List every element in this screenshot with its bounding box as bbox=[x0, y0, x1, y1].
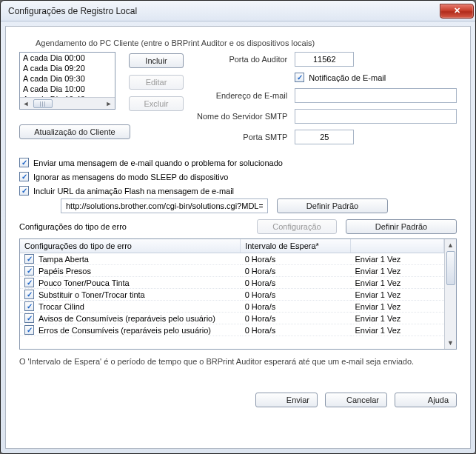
scroll-thumb[interactable] bbox=[446, 251, 455, 285]
edit-button[interactable]: Editar bbox=[129, 75, 184, 90]
col-action[interactable] bbox=[351, 239, 444, 253]
smtp-name-label: Nome do Servidor SMTP bbox=[197, 112, 287, 121]
check-icon: ✓ bbox=[24, 290, 34, 299]
col-interval[interactable]: Intervalo de Espera* bbox=[241, 239, 351, 253]
solved-label: Enviar uma mensagem de e-mail quando o p… bbox=[33, 158, 283, 167]
footnote: O 'Intervalo de Espera' é o período de t… bbox=[19, 357, 457, 366]
error-name: Substituir o Toner/Trocar tinta bbox=[38, 290, 145, 299]
error-interval: 0 Hora/s bbox=[241, 253, 351, 265]
scroll-thumb[interactable]: ||| bbox=[33, 99, 53, 108]
smtp-port-input[interactable] bbox=[295, 130, 354, 144]
titlebar: Configurações de Registro Local ✕ bbox=[1, 1, 475, 21]
check-icon: ✓ bbox=[24, 278, 34, 287]
check-icon: ✓ bbox=[295, 73, 304, 82]
list-item[interactable]: A cada Dia 09:20 bbox=[20, 63, 115, 73]
check-icon: ✓ bbox=[19, 186, 29, 196]
client-update-button[interactable]: Atualização do Cliente bbox=[19, 124, 130, 139]
help-button[interactable]: Ajuda bbox=[395, 393, 457, 407]
error-action: Enviar 1 Vez bbox=[351, 265, 444, 277]
error-name: Papéis Presos bbox=[38, 267, 91, 276]
include-url-label: Incluir URL da animação Flash na mensage… bbox=[33, 187, 234, 196]
email-notify-checkbox[interactable]: ✓ Notificação de E-mail bbox=[295, 73, 457, 82]
define-default-error-button[interactable]: Definir Padrão bbox=[346, 219, 457, 234]
solved-checkbox[interactable]: ✓ Enviar uma mensagem de e-mail quando o… bbox=[19, 158, 457, 167]
check-icon: ✓ bbox=[24, 254, 34, 264]
send-button[interactable]: Enviar bbox=[255, 393, 318, 407]
error-action: Enviar 1 Vez bbox=[351, 313, 444, 324]
close-icon: ✕ bbox=[454, 6, 460, 16]
ignore-sleep-label: Ignorar as mensagens do modo SLEEP do di… bbox=[33, 173, 228, 181]
table-row[interactable]: ✓ Trocar Cilind0 Hora/sEnviar 1 Vez bbox=[20, 301, 444, 313]
include-url-checkbox[interactable]: ✓ Incluir URL da animação Flash na mensa… bbox=[19, 186, 457, 196]
scroll-down-icon[interactable]: ▼ bbox=[446, 337, 456, 349]
error-name: Erros de Consumíveis (reparáveis pelo us… bbox=[38, 326, 211, 335]
error-interval: 0 Hora/s bbox=[241, 324, 351, 336]
define-default-url-button[interactable]: Definir Padrão bbox=[277, 198, 388, 213]
email-addr-label: Endereço de E-mail bbox=[197, 91, 287, 100]
error-interval: 0 Hora/s bbox=[241, 277, 351, 289]
table-row[interactable]: ✓ Erros de Consumíveis (reparáveis pelo … bbox=[20, 324, 444, 336]
error-action: Enviar 1 Vez bbox=[351, 253, 444, 265]
schedule-listbox[interactable]: A cada Dia 00:00 A cada Dia 09:20 A cada… bbox=[19, 52, 115, 110]
cancel-button[interactable]: Cancelar bbox=[325, 393, 387, 407]
error-config-label: Configurações do tipo de erro bbox=[19, 222, 127, 231]
col-name[interactable]: Configurações do tipo de erro bbox=[20, 239, 241, 253]
error-interval: 0 Hora/s bbox=[241, 289, 351, 301]
scroll-right-icon[interactable]: ► bbox=[103, 99, 115, 109]
scroll-left-icon[interactable]: ◄ bbox=[20, 99, 32, 109]
error-action: Enviar 1 Vez bbox=[351, 301, 444, 313]
check-icon: ✓ bbox=[24, 313, 34, 323]
email-notify-label: Notificação de E-mail bbox=[309, 73, 386, 82]
close-button[interactable]: ✕ bbox=[440, 4, 474, 19]
table-row[interactable]: ✓ Substituir o Toner/Trocar tinta0 Hora/… bbox=[20, 289, 444, 301]
smtp-name-input[interactable] bbox=[295, 109, 457, 124]
check-icon: ✓ bbox=[19, 172, 29, 181]
email-addr-input[interactable] bbox=[295, 88, 457, 103]
scheduling-label: Agendamento do PC Cliente (entre o BRPri… bbox=[36, 39, 457, 47]
horizontal-scrollbar[interactable]: ◄ ||| ► bbox=[20, 97, 115, 109]
error-table: Configurações do tipo de erro Intervalo … bbox=[19, 238, 457, 350]
list-item[interactable]: A cada Dia 00:00 bbox=[20, 53, 115, 63]
auditor-port-input[interactable] bbox=[295, 52, 354, 67]
ignore-sleep-checkbox[interactable]: ✓ Ignorar as mensagens do modo SLEEP do … bbox=[19, 172, 457, 181]
smtp-port-label: Porta SMTP bbox=[197, 133, 287, 141]
check-icon: ✓ bbox=[19, 158, 29, 167]
error-interval: 0 Hora/s bbox=[241, 265, 351, 277]
include-button[interactable]: Incluir bbox=[129, 53, 184, 68]
table-row[interactable]: ✓ Avisos de Consumíveis (reparáveis pelo… bbox=[20, 313, 444, 324]
table-row[interactable]: ✓ Pouco Toner/Pouca Tinta0 Hora/sEnviar … bbox=[20, 277, 444, 289]
exclude-button[interactable]: Excluir bbox=[129, 96, 184, 111]
error-action: Enviar 1 Vez bbox=[351, 324, 444, 336]
flash-url-input[interactable] bbox=[61, 198, 268, 213]
error-name: Pouco Toner/Pouca Tinta bbox=[38, 278, 130, 287]
error-name: Avisos de Consumíveis (reparáveis pelo u… bbox=[38, 314, 215, 323]
window-title: Configurações de Registro Local bbox=[8, 6, 440, 16]
scroll-up-icon[interactable]: ▲ bbox=[446, 239, 456, 251]
table-row[interactable]: ✓ Papéis Presos0 Hora/sEnviar 1 Vez bbox=[20, 265, 444, 277]
error-interval: 0 Hora/s bbox=[241, 313, 351, 324]
client-area: Agendamento do PC Cliente (entre o BRPri… bbox=[5, 26, 471, 449]
error-action: Enviar 1 Vez bbox=[351, 277, 444, 289]
error-name: Trocar Cilind bbox=[38, 302, 84, 311]
list-item[interactable]: A cada Dia 09:30 bbox=[20, 73, 115, 84]
window: Configurações de Registro Local ✕ Agenda… bbox=[0, 0, 476, 454]
table-row[interactable]: ✓ Tampa Aberta0 Hora/sEnviar 1 Vez bbox=[20, 253, 444, 265]
error-interval: 0 Hora/s bbox=[241, 301, 351, 313]
config-button[interactable]: Configuração bbox=[257, 219, 337, 234]
auditor-port-label: Porta do Auditor bbox=[197, 55, 287, 64]
check-icon: ✓ bbox=[24, 301, 34, 311]
list-item[interactable]: A cada Dia 10:00 bbox=[20, 84, 115, 94]
check-icon: ✓ bbox=[24, 325, 34, 335]
check-icon: ✓ bbox=[24, 266, 34, 276]
error-name: Tampa Aberta bbox=[38, 255, 89, 264]
error-action: Enviar 1 Vez bbox=[351, 289, 444, 301]
vertical-scrollbar[interactable]: ▲ ▼ bbox=[444, 239, 456, 349]
